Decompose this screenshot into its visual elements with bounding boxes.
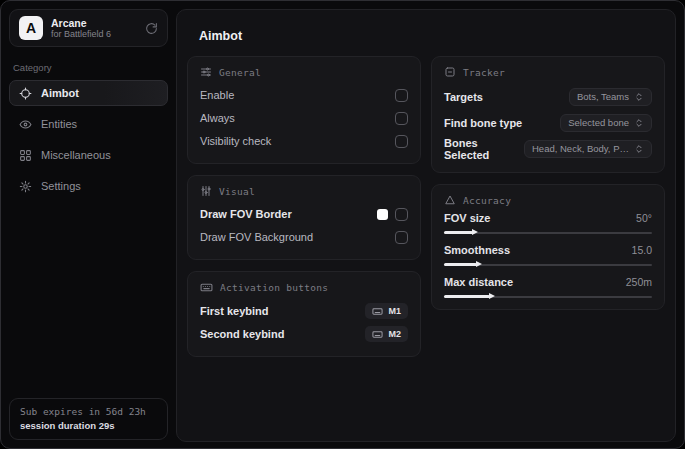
page-title: Aimbot xyxy=(199,29,665,43)
sidebar-item-label: Miscellaneous xyxy=(41,149,111,161)
setting-label: Draw FOV Border xyxy=(200,208,292,220)
chevrons-up-down-icon xyxy=(634,118,644,128)
category-label: Category xyxy=(13,62,164,73)
slider-thumb[interactable] xyxy=(476,261,482,267)
triangle-icon xyxy=(444,194,456,206)
setting-row-always: Always xyxy=(200,107,408,129)
card-title: Activation buttons xyxy=(220,282,328,293)
sidebar-item-label: Aimbot xyxy=(41,87,79,99)
fov-border-checkbox[interactable] xyxy=(395,208,408,221)
bones-selected-select[interactable]: Head, Neck, Body, Pe... xyxy=(524,140,652,158)
accuracy-card: Accuracy FOV size 50° xyxy=(431,184,665,310)
smoothness-slider[interactable] xyxy=(444,263,652,266)
setting-label: Find bone type xyxy=(444,117,522,129)
setting-label: Second keybind xyxy=(200,328,284,340)
setting-row-fov-background: Draw FOV Background xyxy=(200,226,408,248)
visual-card: Visual Draw FOV Border Draw FOV Backgrou… xyxy=(187,175,421,260)
grid-icon xyxy=(19,149,32,162)
setting-row-enable: Enable xyxy=(200,84,408,106)
tracker-card: Tracker Targets Bots, Teams Find bone ty… xyxy=(431,56,665,173)
select-value: Head, Neck, Body, Pe... xyxy=(532,143,629,154)
setting-row-bones-selected: Bones Selected Head, Neck, Body, Pe... xyxy=(444,136,652,161)
sidebar-item-aimbot[interactable]: Aimbot xyxy=(9,80,168,106)
find-bone-type-select[interactable]: Selected bone xyxy=(560,114,652,132)
sidebar-item-miscellaneous[interactable]: Miscellaneous xyxy=(9,142,168,168)
main-panel: Aimbot General Enable Alw xyxy=(176,9,676,442)
targets-select[interactable]: Bots, Teams xyxy=(569,88,652,106)
slider-label: Smoothness xyxy=(444,244,510,256)
slider-value: 50° xyxy=(636,212,652,224)
select-value: Bots, Teams xyxy=(577,91,629,102)
setting-label: Bones Selected xyxy=(444,137,524,161)
slider-value: 250m xyxy=(626,276,652,288)
slider-thumb[interactable] xyxy=(472,229,478,235)
visibility-check-checkbox[interactable] xyxy=(395,135,408,148)
keybind-value: M1 xyxy=(388,306,401,316)
keybind-value: M2 xyxy=(388,329,401,339)
sidebar-item-settings[interactable]: Settings xyxy=(9,173,168,199)
sliders-icon xyxy=(200,66,212,78)
refresh-icon[interactable] xyxy=(145,22,158,35)
fov-border-color-swatch[interactable] xyxy=(377,209,388,220)
first-keybind-button[interactable]: M1 xyxy=(365,303,408,319)
setting-row-visibility-check: Visibility check xyxy=(200,130,408,152)
always-checkbox[interactable] xyxy=(395,112,408,125)
fov-size-slider-group: FOV size 50° xyxy=(444,212,652,234)
gear-icon xyxy=(19,180,32,193)
app-name: Arcane xyxy=(51,17,111,29)
activation-buttons-card: Activation buttons First keybind M1 Seco… xyxy=(187,271,421,357)
max-distance-slider-group: Max distance 250m xyxy=(444,276,652,298)
setting-row-second-keybind: Second keybind M2 xyxy=(200,323,408,345)
slider-label: FOV size xyxy=(444,212,490,224)
entities-icon xyxy=(19,118,32,131)
subscription-card: Sub expires in 56d 23h session duration … xyxy=(9,398,168,440)
brand-card: A Arcane for Battlefield 6 xyxy=(9,9,168,47)
chevrons-up-down-icon xyxy=(634,144,644,154)
sidebar-item-entities[interactable]: Entities xyxy=(9,111,168,137)
sub-expiry-text: Sub expires in 56d 23h xyxy=(20,406,157,417)
slider-value: 15.0 xyxy=(632,244,652,256)
enable-checkbox[interactable] xyxy=(395,89,408,102)
chevrons-up-down-icon xyxy=(634,92,644,102)
setting-label: Draw FOV Background xyxy=(200,231,313,243)
setting-row-fov-border: Draw FOV Border xyxy=(200,203,408,225)
fov-background-checkbox[interactable] xyxy=(395,231,408,244)
smoothness-slider-group: Smoothness 15.0 xyxy=(444,244,652,266)
keyboard-icon xyxy=(200,281,213,294)
setting-label: Enable xyxy=(200,89,234,101)
sidebar-item-label: Entities xyxy=(41,118,77,130)
select-value: Selected bone xyxy=(568,117,629,128)
session-duration-text: session duration 29s xyxy=(20,420,157,431)
general-card: General Enable Always Visibility check xyxy=(187,56,421,164)
app-window: A Arcane for Battlefield 6 Category Aimb… xyxy=(0,0,685,449)
fov-size-slider[interactable] xyxy=(444,231,652,234)
card-title: General xyxy=(219,67,261,78)
slider-label: Max distance xyxy=(444,276,513,288)
setting-label: Targets xyxy=(444,91,483,103)
max-distance-slider[interactable] xyxy=(444,295,652,298)
slider-thumb[interactable] xyxy=(489,293,495,299)
keyboard-icon xyxy=(372,329,383,340)
setting-label: First keybind xyxy=(200,305,268,317)
sidebar-item-label: Settings xyxy=(41,180,81,192)
setting-row-targets: Targets Bots, Teams xyxy=(444,84,652,109)
setting-label: Visibility check xyxy=(200,135,271,147)
app-logo: A xyxy=(19,16,43,40)
second-keybind-button[interactable]: M2 xyxy=(365,326,408,342)
sliders-vertical-icon xyxy=(200,185,212,197)
square-dash-icon xyxy=(444,66,456,78)
setting-label: Always xyxy=(200,112,235,124)
crosshair-icon xyxy=(19,87,32,100)
keyboard-icon xyxy=(372,306,383,317)
card-title: Tracker xyxy=(463,67,505,78)
card-title: Visual xyxy=(219,186,255,197)
card-title: Accuracy xyxy=(463,195,511,206)
app-subtitle: for Battlefield 6 xyxy=(51,29,111,39)
setting-row-find-bone-type: Find bone type Selected bone xyxy=(444,110,652,135)
setting-row-first-keybind: First keybind M1 xyxy=(200,300,408,322)
sidebar: A Arcane for Battlefield 6 Category Aimb… xyxy=(1,1,176,448)
